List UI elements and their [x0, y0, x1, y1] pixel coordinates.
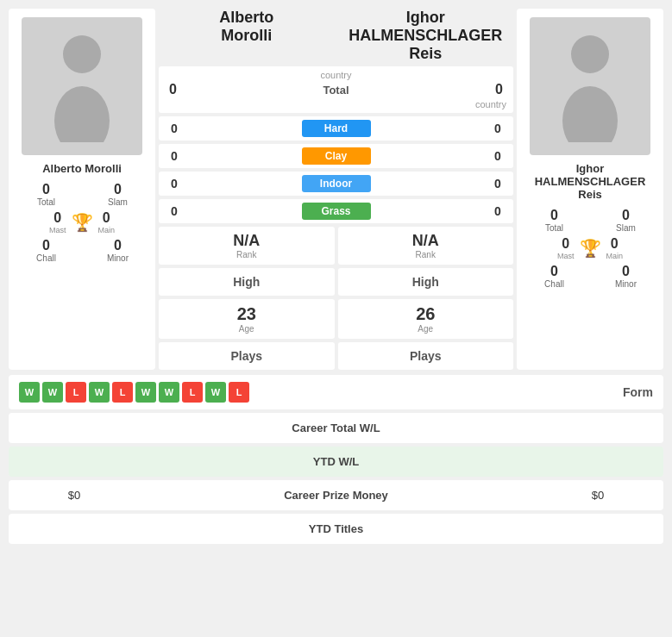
form-row: WWLWLWWLWL Form — [9, 375, 663, 409]
right-rank-box: N/A Rank — [338, 227, 514, 265]
form-badges: WWLWLWWLWL — [19, 382, 249, 403]
form-badge-l: L — [229, 382, 249, 403]
right-chall-stat: 0 Chall — [524, 264, 585, 289]
left-minor-stat: 0 Minor — [87, 238, 148, 263]
prize-left: $0 — [22, 489, 126, 502]
right-slam-stat: 0 Slam — [595, 208, 656, 233]
clay-badge: Clay — [302, 147, 371, 165]
form-badge-w: W — [19, 382, 40, 403]
right-player-name-card: Ighor HALMENSCHLAGER Reis — [535, 162, 646, 201]
svg-point-0 — [63, 35, 101, 73]
ytd-wl-row: YTD W/L — [9, 447, 663, 477]
form-badge-w: W — [135, 382, 156, 403]
form-badge-w: W — [159, 382, 179, 403]
career-prize-row: $0 Career Prize Money $0 — [9, 480, 663, 510]
left-player-avatar — [22, 17, 142, 155]
right-mast-stat: 0 Mast — [557, 236, 575, 260]
left-name-header: Alberto Morolli — [159, 9, 335, 45]
prize-right: $0 — [546, 489, 650, 502]
form-badge-l: L — [182, 382, 203, 403]
right-minor-stat: 0 Minor — [595, 264, 656, 289]
country-total-row: country 0 Total 0 country — [159, 66, 513, 113]
left-player-card: Alberto Morolli 0 Total 0 Slam 0 Mast 🏆 — [9, 9, 155, 370]
right-player-stats: 0 Total 0 Slam — [524, 208, 656, 233]
hard-badge: Hard — [302, 120, 371, 137]
grass-surface-row: 0 Grass 0 — [159, 199, 513, 223]
grass-badge: Grass — [302, 203, 371, 220]
prize-label: Career Prize Money — [126, 489, 546, 502]
svg-point-2 — [571, 35, 609, 73]
svg-point-3 — [562, 86, 618, 142]
left-high-box: High — [159, 268, 335, 296]
form-badge-l: L — [112, 382, 133, 403]
left-main-stat: 0 Main — [98, 210, 116, 234]
indoor-surface-row: 0 Indoor 0 — [159, 172, 513, 196]
career-total-wl-row: Career Total W/L — [9, 413, 663, 443]
left-country-total: country 0 Total 0 country — [159, 66, 513, 113]
high-row: High High — [159, 268, 513, 296]
age-row: 23 Age 26 Age — [159, 299, 513, 339]
clay-surface-row: 0 Clay 0 — [159, 144, 513, 168]
plays-row: Plays Plays — [159, 342, 513, 370]
main-container: Alberto Morolli 0 Total 0 Slam 0 Mast 🏆 — [0, 0, 672, 556]
right-high-box: High — [338, 268, 514, 296]
left-age-box: 23 Age — [159, 299, 335, 339]
svg-point-1 — [54, 86, 110, 142]
left-rank-box: N/A Rank — [159, 227, 335, 265]
center-section: Alberto Morolli Ighor HALMENSCHLAGER Rei… — [159, 9, 513, 370]
right-trophy-row: 0 Mast 🏆 0 Main — [557, 236, 623, 260]
right-player-card: Ighor HALMENSCHLAGER Reis 0 Total 0 Slam… — [517, 9, 663, 370]
names-header-row: Alberto Morolli Ighor HALMENSCHLAGER Rei… — [159, 9, 513, 63]
right-name-header: Ighor HALMENSCHLAGER Reis — [338, 9, 514, 63]
form-badge-w: W — [89, 382, 110, 403]
right-age-box: 26 Age — [338, 299, 514, 339]
left-player-name-card: Alberto Morolli — [42, 162, 122, 175]
ytd-titles-label: YTD Titles — [309, 522, 363, 535]
left-mast-stat: 0 Mast — [49, 210, 66, 234]
left-chall-stat: 0 Chall — [16, 238, 77, 263]
right-lower-stats: 0 Chall 0 Minor — [524, 264, 656, 289]
form-badge-l: L — [66, 382, 86, 403]
right-player-avatar — [530, 17, 650, 155]
left-total-stat: 0 Total — [16, 182, 77, 207]
rank-row: N/A Rank N/A Rank — [159, 227, 513, 265]
ytd-wl-label: YTD W/L — [313, 455, 359, 468]
form-label: Form — [623, 385, 653, 399]
left-plays-box: Plays — [159, 342, 335, 370]
right-main-stat: 0 Main — [606, 236, 624, 260]
left-trophy-icon: 🏆 — [72, 212, 93, 233]
hard-surface-row: 0 Hard 0 — [159, 116, 513, 141]
left-trophy-row: 0 Mast 🏆 0 Main — [49, 210, 115, 234]
form-badge-w: W — [42, 382, 63, 403]
right-trophy-icon: 🏆 — [580, 238, 601, 259]
right-total-stat: 0 Total — [524, 208, 585, 233]
right-plays-box: Plays — [338, 342, 514, 370]
career-total-wl-label: Career Total W/L — [292, 422, 380, 434]
left-player-stats: 0 Total 0 Slam — [16, 182, 148, 207]
ytd-titles-row: YTD Titles — [9, 514, 663, 544]
left-slam-stat: 0 Slam — [87, 182, 148, 207]
indoor-badge: Indoor — [302, 175, 371, 192]
form-badge-w: W — [205, 382, 226, 403]
left-lower-stats: 0 Chall 0 Minor — [16, 238, 148, 263]
